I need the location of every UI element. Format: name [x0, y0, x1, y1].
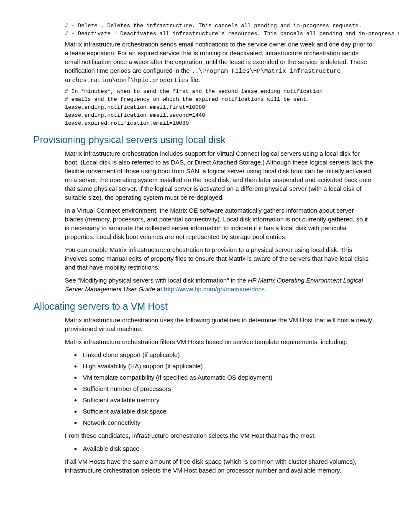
code-block-properties: # In *minutes*, when to send the first a… [65, 89, 374, 127]
code-line: lease.expired.notification.email=10080 [65, 121, 374, 127]
list-item: Sufficient available disk space [81, 407, 374, 416]
text: file. [189, 76, 200, 83]
list-item: Available disk space [81, 444, 374, 453]
page-content: # - Delete = Deletes the infrastructure.… [0, 0, 399, 532]
paragraph-see-reference: See "Modifying physical servers with loc… [65, 276, 374, 293]
text: See "Modifying physical servers with loc… [65, 277, 248, 284]
code-line: # In *minutes*, when to send the first a… [65, 89, 374, 95]
bullet-list-filters: Linked clone support (if applicable) Hig… [33, 350, 374, 427]
text: at [155, 285, 164, 293]
paragraph: Matrix infrastructure orchestration filt… [65, 337, 374, 346]
docs-link[interactable]: http://www.hp.com/go/matrixoe/docs [164, 285, 265, 293]
list-item: Linked clone support (if applicable) [81, 350, 374, 359]
paragraph: Matrix infrastructure orchestration incl… [65, 149, 374, 202]
paragraph-lease-notifications: Matrix infrastructure orchestration send… [65, 40, 374, 85]
code-line: # - Deactivate = Deactivates all infrast… [65, 31, 374, 37]
code-line: lease.ending.notification.email.first=10… [65, 105, 374, 111]
list-item: High availability (HA) support (if appli… [81, 362, 374, 370]
code-line: # emails and the frequency on which the … [65, 97, 374, 103]
paragraph: You can enable Matrix infrastructure orc… [65, 245, 374, 272]
code-block-top: # - Delete = Deletes the infrastructure.… [65, 23, 374, 37]
paragraph: From these candidates, infrastructure or… [65, 431, 374, 440]
bullet-list-selection: Available disk space [33, 444, 374, 453]
paragraph: Matrix infrastructure orchestration uses… [65, 316, 374, 333]
list-item: VM template compatibility (if specified … [81, 373, 374, 382]
heading-allocating-servers-vm-host: Allocating servers to a VM Host [33, 301, 374, 312]
list-item: Sufficient number of processors [81, 384, 374, 393]
heading-provisioning-physical-servers: Provisioning physical servers using loca… [33, 134, 374, 146]
code-line: lease.ending.notification.email.second=1… [65, 113, 374, 119]
paragraph: If all VM Hosts have the same amount of … [65, 457, 374, 475]
paragraph: In a Virtual Connect environment, the Ma… [65, 206, 374, 241]
list-item: Sufficient available memory [81, 396, 374, 404]
text: . [265, 285, 266, 293]
code-line: # - Delete = Deletes the infrastructure.… [65, 23, 374, 29]
list-item: Network connectivity [81, 418, 374, 427]
